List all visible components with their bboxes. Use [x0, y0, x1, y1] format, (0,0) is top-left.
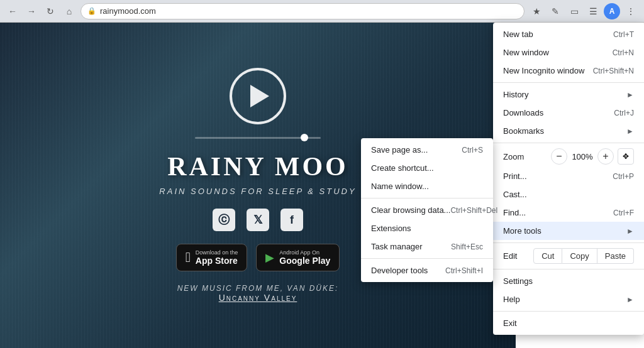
name-window-label: Name window...	[371, 182, 429, 191]
tab-search-icon[interactable]: ☰	[585, 3, 601, 19]
browser-actions: ★ ✎ ▭ ☰ A ⋮	[528, 3, 639, 19]
menu-item-new-window[interactable]: New window Ctrl+N	[493, 43, 644, 62]
zoom-label: Zoom	[503, 152, 524, 161]
google-play-button[interactable]: ▶ Android App On Google Play	[256, 244, 340, 271]
new-tab-label: New tab	[503, 30, 533, 39]
cut-button[interactable]: Cut	[533, 248, 562, 264]
edit-label: Edit	[503, 251, 533, 261]
downloads-shortcut: Ctrl+J	[614, 109, 634, 117]
bookmarks-label: Bookmarks	[503, 126, 544, 136]
create-shortcut-label: Create shortcut...	[371, 163, 434, 173]
task-manager-label: Task manager	[371, 242, 423, 251]
submenu-task-manager[interactable]: Task manager Shift+Esc	[361, 237, 493, 256]
new-window-shortcut: Ctrl+N	[613, 48, 634, 57]
history-label: History	[503, 90, 528, 99]
help-label: Help	[503, 295, 520, 304]
copy-button[interactable]: Copy	[562, 248, 597, 264]
facebook-icon[interactable]: f	[280, 209, 303, 231]
twitter-icon[interactable]: 𝕏	[247, 209, 269, 231]
extensions-label: Extensions	[371, 224, 411, 233]
url-text: rainymood.com	[100, 6, 156, 16]
address-bar[interactable]: 🔒 rainymood.com	[80, 3, 525, 19]
menu-item-cast[interactable]: Cast...	[493, 185, 644, 204]
reload-button[interactable]: ↻	[43, 4, 58, 19]
play-triangle-icon	[250, 85, 269, 107]
zoom-out-button[interactable]: −	[551, 148, 567, 165]
developer-tools-label: Developer tools	[371, 266, 428, 275]
app-buttons:  Download on the App Store ▶ Android Ap…	[176, 244, 340, 271]
menu-item-find[interactable]: Find... Ctrl+F	[493, 204, 644, 222]
new-tab-shortcut: Ctrl+T	[613, 30, 634, 39]
zoom-in-button[interactable]: +	[597, 148, 614, 165]
menu-item-history[interactable]: History ►	[493, 85, 644, 104]
submenu-clear-browsing[interactable]: Clear browsing data... Ctrl+Shift+Del	[361, 201, 493, 219]
progress-knob[interactable]	[301, 134, 308, 141]
settings-label: Settings	[503, 276, 533, 286]
play-button[interactable]	[230, 68, 286, 124]
submenu-developer-tools[interactable]: Developer tools Ctrl+Shift+I	[361, 261, 493, 280]
menu-item-help[interactable]: Help ►	[493, 290, 644, 308]
zoom-row: Zoom − 100% + ✥	[493, 146, 644, 167]
divider-2	[493, 143, 644, 143]
print-label: Print...	[503, 171, 527, 181]
menu-item-settings[interactable]: Settings	[493, 272, 644, 290]
sub-divider-1	[361, 198, 493, 198]
save-page-shortcut: Ctrl+S	[462, 146, 483, 155]
progress-bar[interactable]	[195, 137, 321, 139]
new-window-label: New window	[503, 48, 549, 57]
browser-chrome: ← → ↻ ⌂ 🔒 rainymood.com ★ ✎ ▭ ☰ A ⋮	[0, 0, 644, 23]
zoom-controls: − 100% + ✥	[551, 148, 634, 165]
home-button[interactable]: ⌂	[62, 4, 77, 19]
print-shortcut: Ctrl+P	[613, 172, 634, 181]
history-arrow-icon: ►	[626, 90, 634, 99]
album-link[interactable]: Uncanny Valley	[219, 293, 297, 303]
help-arrow-icon: ►	[626, 295, 634, 304]
save-page-label: Save page as...	[371, 145, 428, 155]
clear-browsing-label: Clear browsing data...	[371, 205, 450, 215]
forward-button[interactable]: →	[24, 4, 39, 19]
google-play-logo-icon: ▶	[265, 251, 274, 264]
google-play-main-label: Google Play	[279, 256, 330, 266]
menu-item-bookmarks[interactable]: Bookmarks ►	[493, 122, 644, 140]
site-subtitle: Rain Sounds for Sleep & Study	[159, 187, 356, 196]
google-play-text: Android App On Google Play	[279, 249, 330, 266]
divider-1	[493, 82, 644, 83]
zoom-value: 100%	[571, 152, 594, 161]
app-store-button[interactable]:  Download on the App Store	[176, 244, 248, 271]
paste-button[interactable]: Paste	[597, 248, 634, 264]
edit-row: Edit Cut Copy Paste	[493, 246, 644, 266]
extensions-icon[interactable]: ✎	[547, 3, 564, 19]
instagram-icon[interactable]: ⓒ	[213, 209, 235, 231]
chrome-menu: New tab Ctrl+T New window Ctrl+N New Inc…	[493, 23, 644, 335]
submenu-save-page[interactable]: Save page as... Ctrl+S	[361, 141, 493, 159]
menu-item-downloads[interactable]: Downloads Ctrl+J	[493, 104, 644, 122]
cast-icon[interactable]: ▭	[566, 3, 582, 19]
task-manager-shortcut: Shift+Esc	[451, 242, 483, 251]
menu-item-exit[interactable]: Exit	[493, 314, 644, 332]
menu-item-print[interactable]: Print... Ctrl+P	[493, 167, 644, 185]
submenu-name-window[interactable]: Name window...	[361, 177, 493, 195]
exit-label: Exit	[503, 318, 517, 328]
menu-item-new-tab[interactable]: New tab Ctrl+T	[493, 25, 644, 43]
menu-button[interactable]: ⋮	[623, 3, 639, 19]
sub-divider-2	[361, 258, 493, 259]
divider-4	[493, 269, 644, 269]
back-button[interactable]: ←	[5, 4, 20, 19]
lock-icon: 🔒	[87, 7, 96, 15]
bookmark-icon[interactable]: ★	[528, 3, 545, 19]
app-store-top-label: Download on the	[196, 249, 238, 256]
profile-button[interactable]: A	[604, 3, 620, 19]
bookmarks-arrow-icon: ►	[626, 127, 634, 136]
new-music-label: New music from me, Van Düke:	[177, 284, 339, 293]
fullscreen-button[interactable]: ✥	[618, 148, 634, 165]
menu-item-more-tools[interactable]: More tools ►	[493, 222, 644, 240]
more-tools-arrow-icon: ►	[626, 227, 634, 236]
submenu-create-shortcut[interactable]: Create shortcut...	[361, 159, 493, 177]
developer-tools-shortcut: Ctrl+Shift+I	[445, 266, 483, 275]
menu-item-incognito[interactable]: New Incognito window Ctrl+Shift+N	[493, 62, 644, 80]
app-store-main-label: App Store	[196, 256, 238, 266]
submenu-extensions[interactable]: Extensions	[361, 219, 493, 237]
incognito-label: New Incognito window	[503, 66, 584, 75]
downloads-label: Downloads	[503, 108, 543, 117]
apple-logo-icon: 	[186, 249, 191, 266]
